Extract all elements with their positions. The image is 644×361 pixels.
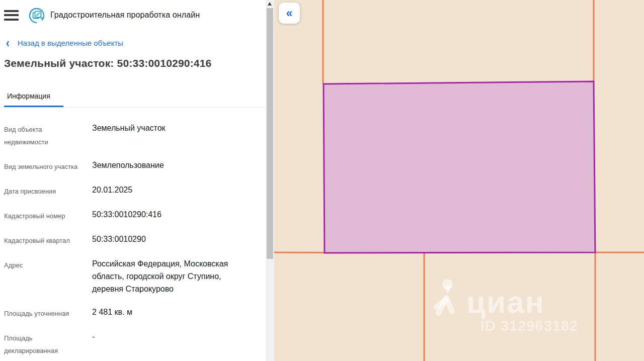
app-logo-icon — [28, 7, 45, 24]
watermark-id: ID 312963182 — [480, 318, 616, 334]
info-list: Вид объекта недвижимости Земельный участ… — [0, 122, 266, 357]
cadastral-boundary-line — [274, 252, 325, 253]
info-row-value: Землепользование — [92, 159, 164, 173]
info-row-value: Земельный участок — [92, 122, 166, 148]
info-row-label: Площадь декларированная — [4, 330, 80, 357]
collapse-panel-button[interactable]: « — [279, 3, 300, 24]
back-link[interactable]: ‹ Назад в выделенные объекты — [6, 39, 266, 47]
scroll-up-arrow-icon[interactable] — [268, 2, 272, 6]
info-row: Адрес Российская Федерация, Московская о… — [4, 257, 266, 295]
panel-scrollbar[interactable] — [266, 0, 274, 361]
info-row: Кадастровый номер 50:33:0010290:416 — [4, 208, 266, 222]
details-panel: Градостроительная проработка онлайн ‹ На… — [0, 0, 266, 361]
map-canvas[interactable]: « циан ID 312963182 — [274, 0, 644, 361]
tab-information[interactable]: Информация — [7, 92, 50, 100]
info-row-label: Вид земельного участка — [4, 159, 80, 173]
watermark: циан ID 312963182 — [430, 278, 616, 334]
info-row-value: - — [92, 330, 95, 357]
info-row: Вид объекта недвижимости Земельный участ… — [4, 122, 266, 148]
info-row-label: Кадастровый квартал — [4, 233, 80, 247]
info-row-value: 2 481 кв. м — [92, 306, 132, 320]
info-row-value: 50:33:0010290 — [92, 233, 146, 247]
info-row: Кадастровый квартал 50:33:0010290 — [4, 233, 266, 247]
cian-logo-icon — [430, 278, 461, 317]
info-row-value: 50:33:0010290:416 — [92, 208, 162, 222]
info-row-label: Кадастровый номер — [4, 208, 80, 222]
info-row-label: Адрес — [4, 257, 80, 295]
info-row: Вид земельного участка Землепользование — [4, 159, 266, 173]
info-row-label: Площадь уточненная — [4, 306, 80, 320]
info-row-label: Дата присвоения — [4, 184, 80, 198]
back-link-label: Назад в выделенные объекты — [18, 39, 123, 47]
info-row: Площадь уточненная 2 481 кв. м — [4, 306, 266, 320]
info-row-value: 20.01.2025 — [92, 184, 132, 198]
info-row-label: Вид объекта недвижимости — [4, 122, 80, 148]
info-row: Дата присвоения 20.01.2025 — [4, 184, 266, 198]
tab-bar: Информация — [0, 92, 266, 108]
watermark-brand: циан — [466, 288, 545, 317]
menu-icon[interactable] — [4, 10, 19, 21]
app-title: Градостроительная проработка онлайн — [50, 11, 200, 20]
chevron-left-icon: ‹ — [6, 38, 10, 48]
info-row: Площадь декларированная - — [4, 330, 266, 357]
page-title: Земельный участок: 50:33:0010290:416 — [4, 57, 262, 69]
app-header: Градостроительная проработка онлайн — [0, 0, 266, 24]
parcel-polygon[interactable] — [324, 81, 595, 253]
scrollbar-thumb[interactable] — [267, 8, 273, 259]
info-row-value: Российская Федерация, Московская область… — [92, 257, 254, 295]
